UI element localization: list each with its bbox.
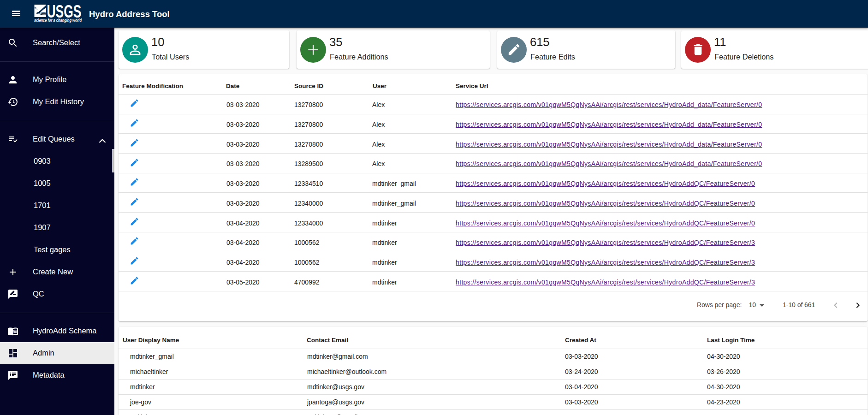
svg-text:science for a changing world: science for a changing world bbox=[34, 18, 82, 23]
